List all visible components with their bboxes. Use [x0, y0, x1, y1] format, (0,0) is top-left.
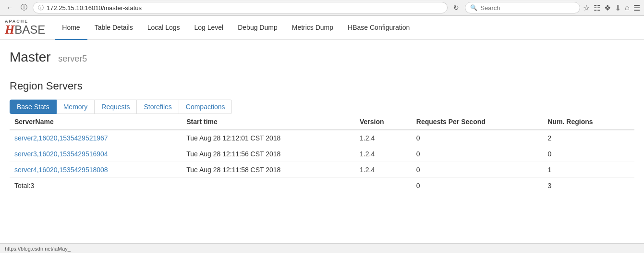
- back-button[interactable]: ←: [4, 2, 15, 13]
- search-bar-container: 🔍: [465, 2, 580, 13]
- tab-compactions[interactable]: Compactions: [179, 100, 232, 114]
- nav-metrics-dump[interactable]: Metrics Dump: [285, 16, 340, 40]
- server-link-1[interactable]: server2,16020,1535429521967: [14, 134, 108, 142]
- cell-start-time-1: Tue Aug 28 12:12:01 CST 2018: [182, 130, 355, 146]
- cell-rps-1: 0: [412, 130, 543, 146]
- table-header-row: ServerName Start time Version Requests P…: [10, 114, 634, 130]
- divider: [10, 70, 634, 70]
- menu-icon[interactable]: ☰: [633, 3, 640, 13]
- cell-regions-3: 1: [543, 162, 634, 178]
- browser-toolbar: ← ⓘ ⓘ 172.25.15.10:16010/master-status ↻…: [0, 0, 644, 15]
- home-icon[interactable]: ⌂: [625, 3, 630, 12]
- cell-server-name-2: server3,16020,1535429516904: [10, 146, 182, 162]
- cell-server-name-3: server4,16020,1535429518008: [10, 162, 182, 178]
- col-start-time: Start time: [182, 114, 355, 130]
- info-button[interactable]: ⓘ: [18, 2, 30, 13]
- nav-links: Home Table Details Local Logs Log Level …: [55, 16, 417, 40]
- col-version: Version: [355, 114, 412, 130]
- table-row: server2,16020,1535429521967 Tue Aug 28 1…: [10, 130, 634, 146]
- section-title: Region Servers: [10, 80, 634, 92]
- tabs-container: Base Stats Memory Requests Storefiles Co…: [10, 100, 634, 114]
- server-link-3[interactable]: server4,16020,1535429518008: [14, 166, 108, 174]
- download-icon[interactable]: ⇓: [615, 3, 621, 13]
- table-row: server4,16020,1535429518008 Tue Aug 28 1…: [10, 162, 634, 178]
- url-text: 172.25.15.10:16010/master-status: [47, 4, 442, 12]
- table-row: server3,16020,1535429516904 Tue Aug 28 1…: [10, 146, 634, 162]
- cell-server-name-1: server2,16020,1535429521967: [10, 130, 182, 146]
- nav-table-details[interactable]: Table Details: [87, 16, 140, 40]
- tab-requests[interactable]: Requests: [95, 100, 137, 114]
- total-empty-2: [355, 178, 412, 194]
- cell-start-time-3: Tue Aug 28 12:11:58 CST 2018: [182, 162, 355, 178]
- browser-toolbar-icons: ☆ ☷ ❖ ⇓ ⌂ ☰: [583, 3, 640, 13]
- total-row: Total:3 0 3: [10, 178, 634, 194]
- tab-base-stats[interactable]: Base Stats: [10, 100, 57, 114]
- master-label: Master: [10, 50, 51, 64]
- main-content: Master server5 Region Servers Base Stats…: [0, 40, 644, 193]
- total-label: Total:3: [10, 178, 182, 194]
- cell-version-3: 1.2.4: [355, 162, 412, 178]
- pocket-icon[interactable]: ❖: [604, 3, 611, 13]
- tab-memory[interactable]: Memory: [57, 100, 95, 114]
- cell-start-time-2: Tue Aug 28 12:11:56 CST 2018: [182, 146, 355, 162]
- logo-hbase-text: HBASE: [5, 24, 45, 36]
- nav-hbase-configuration[interactable]: HBase Configuration: [340, 16, 417, 40]
- cell-version-2: 1.2.4: [355, 146, 412, 162]
- cell-version-1: 1.2.4: [355, 130, 412, 146]
- total-empty-1: [182, 178, 355, 194]
- cell-rps-3: 0: [412, 162, 543, 178]
- logo: APACHE HBASE: [5, 19, 45, 36]
- browser-chrome: ← ⓘ ⓘ 172.25.15.10:16010/master-status ↻…: [0, 0, 644, 16]
- reading-list-icon[interactable]: ☷: [594, 3, 600, 13]
- server-name: server5: [58, 54, 87, 63]
- cell-regions-1: 2: [543, 130, 634, 146]
- col-requests-per-second: Requests Per Second: [412, 114, 543, 130]
- cell-rps-2: 0: [412, 146, 543, 162]
- total-rps: 0: [412, 178, 543, 194]
- search-icon: 🔍: [470, 4, 477, 11]
- nav-debug-dump[interactable]: Debug Dump: [231, 16, 285, 40]
- address-bar[interactable]: ⓘ 172.25.15.10:16010/master-status: [33, 2, 448, 13]
- nav-home[interactable]: Home: [55, 16, 87, 40]
- page-title: Master server5: [10, 50, 634, 65]
- reload-button[interactable]: ↻: [450, 2, 462, 13]
- total-regions: 3: [543, 178, 634, 194]
- nav-local-logs[interactable]: Local Logs: [140, 16, 187, 40]
- region-servers-table: ServerName Start time Version Requests P…: [10, 114, 634, 193]
- bookmark-icon[interactable]: ☆: [583, 3, 590, 13]
- tab-storefiles[interactable]: Storefiles: [137, 100, 179, 114]
- col-server-name: ServerName: [10, 114, 182, 130]
- lock-icon: ⓘ: [38, 4, 44, 12]
- server-link-2[interactable]: server3,16020,1535429516904: [14, 150, 108, 158]
- search-input[interactable]: [480, 4, 575, 12]
- cell-regions-2: 0: [543, 146, 634, 162]
- nav-log-level[interactable]: Log Level: [187, 16, 231, 40]
- col-num-regions: Num. Regions: [543, 114, 634, 130]
- navbar: APACHE HBASE Home Table Details Local Lo…: [0, 16, 644, 40]
